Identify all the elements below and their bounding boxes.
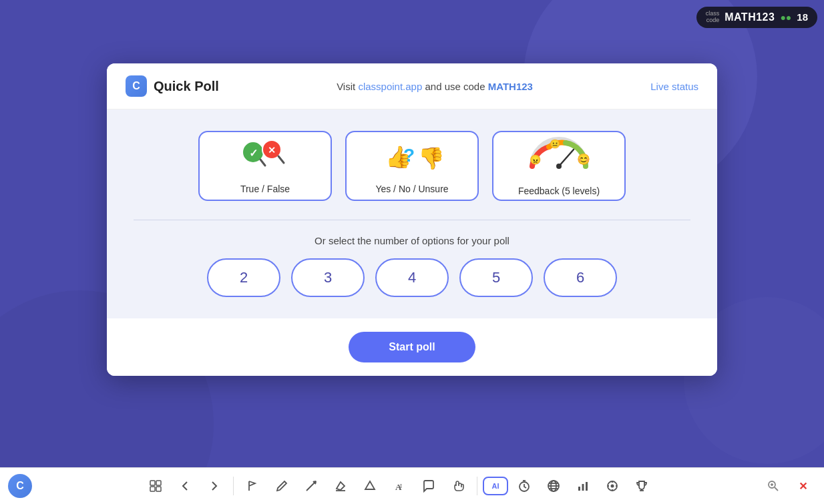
- svg-line-42: [775, 487, 778, 491]
- globe-button[interactable]: [540, 473, 567, 499]
- svg-rect-15: [156, 481, 161, 485]
- number-option-5[interactable]: 5: [459, 258, 533, 297]
- svg-line-5: [278, 156, 284, 163]
- svg-text:👎: 👎: [418, 146, 442, 171]
- nav-back-button[interactable]: [172, 473, 198, 499]
- number-option-4[interactable]: 4: [375, 258, 449, 297]
- participants-icon: ●●: [780, 12, 791, 23]
- ai-poll-button[interactable]: AI: [483, 477, 508, 495]
- toolbar-center: A I AI: [142, 473, 655, 499]
- feedback-icon: 😊 😠 😐: [526, 136, 592, 178]
- subtitle-code: MATH123: [488, 81, 533, 92]
- svg-text:😊: 😊: [577, 153, 590, 166]
- live-status-button[interactable]: Live status: [650, 81, 698, 92]
- class-code-label: classcode: [706, 11, 720, 24]
- pen-button[interactable]: [268, 473, 295, 499]
- trophy-button[interactable]: [628, 473, 655, 499]
- modal-header: C Quick Poll Visit classpoint.app and us…: [107, 63, 717, 109]
- svg-rect-16: [150, 487, 155, 491]
- svg-point-10: [556, 164, 562, 169]
- timer-button[interactable]: [511, 473, 538, 499]
- number-option-2[interactable]: 2: [207, 258, 280, 297]
- subtitle-url[interactable]: classpoint.app: [358, 81, 422, 92]
- number-options-container: 2 3 4 5 6: [134, 258, 690, 297]
- poll-type-true-false[interactable]: ✓ ✕ True / False: [198, 131, 332, 201]
- svg-rect-17: [156, 487, 161, 491]
- svg-rect-31: [582, 484, 584, 491]
- start-poll-button[interactable]: Start poll: [349, 332, 475, 362]
- yes-no-unsure-label: Yes / No / Unsure: [375, 184, 448, 194]
- svg-text:😠: 😠: [530, 154, 542, 166]
- svg-point-18: [314, 481, 317, 483]
- grid-view-button[interactable]: [142, 473, 169, 499]
- subtitle-mid: and use code: [422, 81, 487, 92]
- subtitle-text: Visit: [337, 81, 358, 92]
- classpoint-logo: C: [126, 75, 147, 97]
- laser-button[interactable]: [298, 473, 325, 499]
- svg-line-9: [559, 150, 574, 166]
- svg-rect-30: [578, 487, 580, 491]
- poll-type-yes-no-unsure[interactable]: 👍 ? 👎 Yes / No / Unsure: [345, 131, 479, 201]
- nav-forward-button[interactable]: [201, 473, 228, 499]
- svg-text:I: I: [400, 483, 402, 489]
- modal-title-area: C Quick Poll: [126, 75, 219, 97]
- quick-poll-modal: C Quick Poll Visit classpoint.app and us…: [107, 63, 717, 376]
- modal-subtitle: Visit classpoint.app and use code MATH12…: [337, 81, 533, 92]
- svg-point-34: [611, 485, 614, 488]
- participants-count: 18: [797, 11, 808, 23]
- shapes-button[interactable]: [357, 473, 383, 499]
- svg-marker-20: [365, 481, 375, 489]
- svg-text:✓: ✓: [249, 148, 258, 159]
- toolbar: C: [0, 467, 824, 504]
- toolbar-sep-2: [477, 477, 477, 495]
- class-code-bar: classcode MATH123 ●● 18: [696, 7, 817, 28]
- chat-button[interactable]: [415, 473, 442, 499]
- toolbar-sep-1: [233, 477, 234, 495]
- chart-button[interactable]: [570, 473, 596, 499]
- true-false-label: True / False: [240, 184, 290, 194]
- search-zoom-button[interactable]: [760, 473, 787, 499]
- toolbar-left: C: [8, 474, 37, 498]
- number-options-label: Or select the number of options for your…: [134, 235, 690, 246]
- text-button[interactable]: A I: [386, 473, 413, 499]
- modal-title: Quick Poll: [154, 79, 219, 94]
- class-code-value: MATH123: [725, 11, 775, 23]
- wheel-button[interactable]: [599, 473, 626, 499]
- svg-rect-14: [150, 481, 155, 485]
- svg-text:✕: ✕: [268, 145, 276, 156]
- start-poll-area: Start poll: [107, 318, 717, 376]
- modal-body: ✓ ✕ True / False 👍: [107, 109, 717, 318]
- number-option-3[interactable]: 3: [291, 258, 365, 297]
- svg-text:😐: 😐: [550, 138, 561, 150]
- toolbar-logo[interactable]: C: [8, 474, 32, 498]
- eraser-button[interactable]: [327, 473, 354, 499]
- svg-line-2: [260, 160, 265, 166]
- section-divider: [134, 220, 690, 220]
- close-button[interactable]: ✕: [789, 473, 816, 499]
- yes-no-unsure-icon: 👍 ? 👎: [382, 138, 442, 176]
- gesture-button[interactable]: [445, 473, 471, 499]
- poll-type-feedback[interactable]: 😊 😠 😐 Feedback (5 levels): [492, 131, 626, 201]
- true-false-icon: ✓ ✕: [238, 138, 292, 176]
- flag-button[interactable]: [239, 473, 266, 499]
- number-option-6[interactable]: 6: [544, 258, 617, 297]
- svg-text:?: ?: [403, 145, 415, 166]
- poll-types-container: ✓ ✕ True / False 👍: [134, 131, 690, 201]
- svg-rect-32: [586, 482, 588, 491]
- toolbar-right: ✕: [760, 473, 816, 499]
- feedback-label: Feedback (5 levels): [518, 186, 600, 196]
